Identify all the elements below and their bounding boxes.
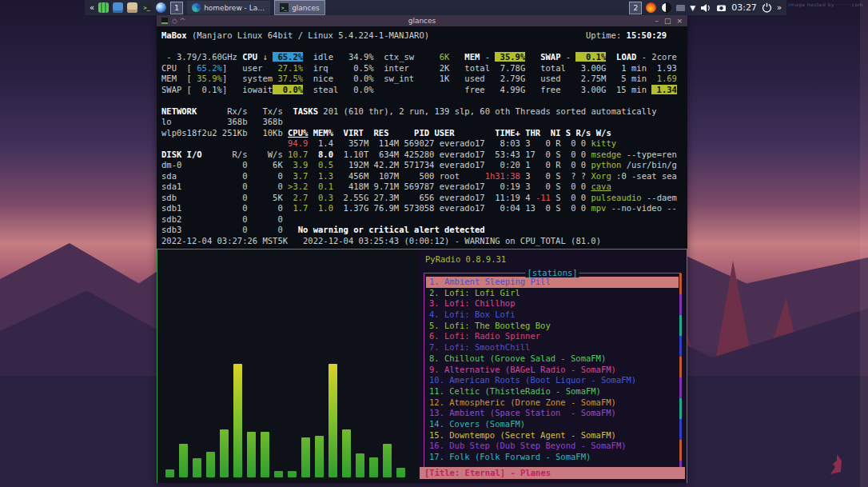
terminal-line: dm-0 0 6K 3.9 0.5 192M 42.2M 571734 ever…	[161, 160, 687, 171]
desktop: image hosted by ·······.com « >_ 1 homeb…	[0, 0, 868, 487]
terminal-line	[161, 42, 687, 53]
station-item[interactable]: 7. Lofi: SmoothChill	[426, 342, 679, 353]
volume-icon[interactable]	[700, 3, 711, 13]
cava-bar	[288, 471, 297, 477]
cava-bars	[165, 357, 405, 477]
top-panel: « >_ 1 homebrew - La co... >_ glances 2 …	[85, 0, 786, 15]
glances-window: ◇ ^ glances – □ × MaBox (Manjaro Linux 6…	[157, 15, 687, 249]
station-item[interactable]: 5. Lofi: The Bootleg Boy	[426, 321, 679, 332]
cava-bar	[193, 458, 201, 477]
terminal-line: DISK I/O R/s W/s 10.7 8.0 1.10T 634M 425…	[161, 150, 687, 161]
file-manager-launcher-icon[interactable]	[127, 2, 137, 13]
station-item[interactable]: 17. Folk (Folk Forward - SomaFM)	[426, 452, 679, 463]
station-item[interactable]: 3. Lofi: Chillhop	[426, 298, 679, 309]
terminal-line: MEM [ 35.9%] system 37.5% nice 0.0% sw_i…	[161, 74, 687, 85]
station-item[interactable]: 2. Lofi: Lofi Girl	[426, 288, 679, 299]
taskbar-item-glances[interactable]: >_ glances	[274, 0, 325, 15]
screenshot-camera-icon[interactable]	[716, 3, 727, 12]
panel-collapse-left-button[interactable]: «	[90, 3, 94, 12]
pyradio-version: PyRadio 0.8.9.31	[418, 249, 687, 266]
terminal-line: lo 368b 368b	[161, 117, 687, 128]
app-grid-launcher-icon[interactable]	[98, 2, 109, 13]
minimize-button[interactable]: –	[655, 17, 659, 25]
pyradio-window: PyRadio 0.8.9.31 [stations] 1. Ambient S…	[418, 249, 687, 483]
terminal-line: sda1 0 0 >3.2 0.1 418M 9.71M 569787 ever…	[161, 182, 687, 193]
terminal-launcher-icon[interactable]: >_	[141, 2, 152, 13]
terminal-line: - 3.79/3.60GHz CPU ↓ 65.2% idle 34.9% ct…	[161, 52, 687, 63]
station-item[interactable]: 12. Atmospheric (Drone Zone - SomaFM)	[426, 397, 679, 409]
cava-bar	[342, 429, 351, 477]
now-playing-status: [Title: Eternal] - Planes	[420, 467, 685, 479]
window-controls: – □ ×	[655, 17, 683, 25]
cava-bar	[247, 432, 256, 477]
terminal-line	[161, 95, 687, 106]
panel-collapse-right-button[interactable]: »	[777, 3, 782, 12]
station-item[interactable]: 16. Dub Step (Dub Step Beyond - SomaFM)	[426, 441, 679, 452]
taskbar-item-label: glances	[292, 4, 320, 12]
browser-launcher-icon[interactable]	[156, 2, 166, 13]
terminal-line: sdb2 0 0	[161, 214, 687, 226]
system-tray: ▼ 03:27 »	[646, 2, 782, 13]
chat-launcher-icon[interactable]	[113, 2, 123, 13]
terminal-line: 2022-12-04 03:27:26 MST5K 2022-12-04 03:…	[161, 236, 687, 247]
station-item[interactable]: 6. Lofi: Radio Spinner	[426, 331, 679, 342]
terminal-line: SWAP [ 0.1%] iowait 0.0% steal 0.0% free…	[161, 85, 687, 96]
station-item[interactable]: 1. Ambient Sleeping Pill	[426, 277, 679, 288]
station-item[interactable]: 13. Ambient (Space Station - SomaFM)	[426, 408, 679, 419]
terminal-line: sda 0 0 3.7 1.3 456M 107M 500 root 1h31:…	[161, 171, 687, 182]
terminal-icon	[161, 18, 168, 24]
cava-bar	[261, 432, 269, 477]
station-item[interactable]: 4. Lofi: Box Lofi	[426, 309, 679, 321]
terminal-line: NETWORK Rx/s Tx/s TASKS 201 (610 thr), 2…	[161, 106, 687, 118]
cava-bar	[383, 444, 392, 477]
glances-content: MaBox (Manjaro Linux 64bit / Linux 5.4.2…	[157, 26, 687, 249]
workspace-1-button[interactable]: 1	[170, 2, 183, 14]
bottom-terminal: PyRadio 0.8.9.31 [stations] 1. Ambient S…	[157, 249, 687, 483]
edge-icon	[192, 3, 201, 12]
cava-bar	[206, 452, 215, 477]
station-item[interactable]: 9. Alternative (BAGeL Radio - SomaFM)	[426, 365, 679, 376]
terminal-line: sdb 0 5K 2.7 0.3 2.55G 27.3M 656 everado…	[161, 193, 687, 204]
station-item[interactable]: 15. Downtempo (Secret Agent - SomaFM)	[426, 430, 679, 441]
terminal-line: 94.9 1.4 357M 114M 569027 everado17 8:03…	[161, 138, 687, 150]
taskbar-item-label: homebrew - La co...	[204, 4, 265, 12]
terminal-line: sdb1 0 0 1.7 1.0 1.37G 76.9M 573058 ever…	[161, 203, 687, 214]
station-item[interactable]: 14. Covers (SomaFM)	[426, 419, 679, 430]
workspace-2-button[interactable]: 2	[629, 2, 642, 14]
flame-tray-icon[interactable]	[646, 2, 656, 13]
tab-glyphs: ◇ ^	[172, 17, 185, 25]
station-item[interactable]: 8. Chillout (Groove Salad - SomaFM)	[426, 353, 679, 365]
cava-bar	[301, 437, 310, 477]
network-tray-icon[interactable]	[676, 5, 685, 11]
cava-bar	[220, 429, 229, 477]
cava-visualizer	[157, 249, 418, 483]
titlebar-left: ◇ ^	[161, 17, 185, 25]
station-item[interactable]: 10. American Roots (Boot Liquor - SomaFM…	[426, 375, 679, 386]
cava-bar	[165, 469, 174, 477]
clock[interactable]: 03:27	[731, 2, 757, 13]
window-title: glances	[157, 17, 687, 25]
wallpaper-edge-highlight	[860, 0, 868, 487]
cava-bar	[356, 453, 364, 477]
terminal-line: MaBox (Manjaro Linux 64bit / Linux 5.4.2…	[161, 30, 687, 42]
cava-bar	[315, 436, 324, 477]
taskbar-item-homebrew[interactable]: homebrew - La co...	[187, 1, 270, 14]
stations-list: 1. Ambient Sleeping Pill2. Lofi: Lofi Gi…	[424, 277, 680, 463]
station-item[interactable]: 11. Celtic (ThistleRadio - SomaFM)	[426, 386, 679, 397]
maximize-button[interactable]: □	[664, 17, 671, 25]
stations-box-title: [stations]	[525, 268, 579, 277]
terminal-line: wlp0s18f2u2 251Kb 10Kb CPU% MEM% VIRT RE…	[161, 128, 687, 139]
watermark-text: image hosted by ·······.com	[788, 2, 863, 7]
cava-bar	[233, 364, 242, 477]
wifi-icon[interactable]: ▼	[690, 4, 695, 12]
bird-silhouette	[826, 453, 846, 477]
stations-box: [stations] 1. Ambient Sleeping Pill2. Lo…	[424, 273, 681, 469]
power-icon[interactable]	[762, 2, 772, 13]
cava-bar	[179, 444, 188, 477]
glances-titlebar[interactable]: ◇ ^ glances – □ ×	[157, 15, 687, 26]
close-button[interactable]: ×	[676, 17, 683, 25]
cava-bar	[396, 468, 405, 477]
cava-bar	[369, 457, 378, 477]
terminal-icon: >_	[280, 3, 289, 12]
yin-yang-tray-icon[interactable]	[661, 2, 671, 13]
